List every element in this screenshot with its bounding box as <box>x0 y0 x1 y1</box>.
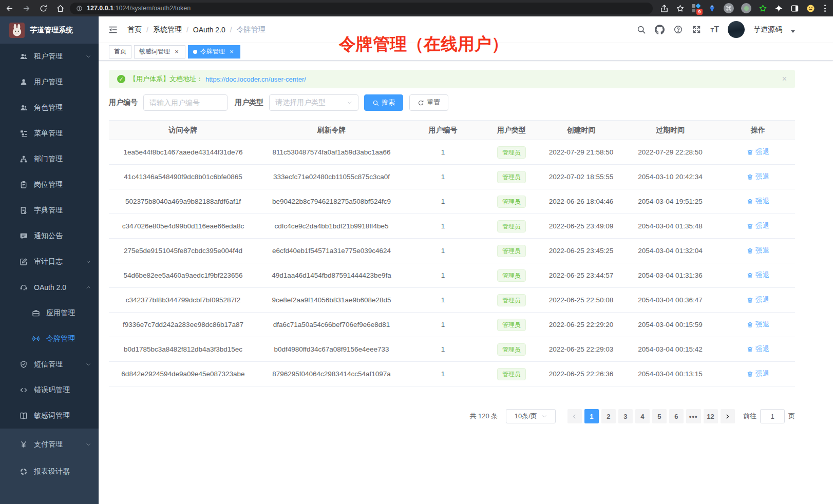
extension-icon[interactable] <box>741 3 751 13</box>
sms-icon <box>20 360 28 369</box>
extension-icon[interactable] <box>724 3 734 13</box>
alert-close-icon[interactable]: × <box>782 74 787 84</box>
github-icon[interactable] <box>655 25 665 34</box>
sidebar-item-pay[interactable]: 支付管理 <box>0 431 99 458</box>
breadcrumb-item[interactable]: OAuth 2.0 <box>193 26 225 34</box>
sidebar-item-notice[interactable]: 通知公告 <box>0 223 99 249</box>
force-logout-button[interactable]: 强退 <box>747 295 769 304</box>
breadcrumb-item[interactable]: 首页 <box>127 25 142 34</box>
tab-close-icon[interactable]: × <box>228 48 235 55</box>
access-token-cell: 1ea5e44f8bc1467aaede43144f31de76 <box>109 140 257 165</box>
chevron-down-icon <box>85 53 91 60</box>
browser-reload-icon[interactable] <box>39 4 48 13</box>
sidebar-item-role[interactable]: 角色管理 <box>0 95 99 121</box>
user-name[interactable]: 芋道源码 <box>753 25 782 34</box>
actions-cell: 强退 <box>721 362 795 386</box>
browser-menu-icon[interactable] <box>822 5 828 12</box>
tab-close-icon[interactable]: × <box>173 48 180 55</box>
extension-grid-icon[interactable]: 9 <box>692 4 701 13</box>
sidebar-item-sms[interactable]: 短信管理 <box>0 352 99 377</box>
browser-back-icon[interactable] <box>5 4 14 13</box>
reset-button[interactable]: 重置 <box>409 94 448 111</box>
help-icon[interactable] <box>673 25 683 34</box>
force-logout-label: 强退 <box>755 320 769 329</box>
caret-down-icon[interactable] <box>791 30 795 33</box>
search-button[interactable]: 搜索 <box>364 94 403 111</box>
browser-forward-icon[interactable] <box>22 4 31 13</box>
share-icon[interactable] <box>660 4 669 13</box>
pager-page-5[interactable]: 5 <box>652 409 667 423</box>
fullscreen-icon[interactable] <box>692 25 702 34</box>
sidebar-item-dept[interactable]: 部门管理 <box>0 146 99 172</box>
created-time-cell: 2022-06-25 22:29:20 <box>543 313 619 337</box>
force-logout-button[interactable]: 强退 <box>747 221 769 230</box>
pager-next-button[interactable] <box>721 409 735 423</box>
bookmark-star-icon[interactable] <box>676 4 685 13</box>
table-header-row: 访问令牌刷新令牌用户编号用户类型创建时间过期时间操作 <box>109 121 795 140</box>
force-logout-button[interactable]: 强退 <box>747 270 769 280</box>
sidebar-item-audit[interactable]: 审计日志 <box>0 249 99 275</box>
force-logout-button[interactable]: 强退 <box>747 320 769 329</box>
site-info-icon[interactable] <box>76 5 83 12</box>
goto-suffix: 页 <box>788 412 795 421</box>
goto-page-input[interactable] <box>760 409 785 423</box>
pager-page-1[interactable]: 1 <box>584 409 599 423</box>
pager-page-3[interactable]: 3 <box>618 409 633 423</box>
pager-page-12[interactable]: 12 <box>704 409 718 423</box>
app-logo[interactable]: 芋道管理系统 <box>0 16 99 44</box>
tab-token[interactable]: 令牌管理× <box>188 45 240 59</box>
sidebar-item-oauth[interactable]: OAuth 2.0 <box>0 275 99 300</box>
force-logout-button[interactable]: 强退 <box>747 344 769 354</box>
force-logout-button[interactable]: 强退 <box>747 369 769 378</box>
sidebar-item-errcode[interactable]: 错误码管理 <box>0 377 99 403</box>
force-logout-button[interactable]: 强退 <box>747 172 769 181</box>
tab-home[interactable]: 首页 <box>109 45 131 59</box>
search-icon[interactable] <box>636 25 646 34</box>
column-header: 访问令牌 <box>109 121 257 140</box>
force-logout-label: 强退 <box>755 197 769 206</box>
font-size-icon[interactable]: TT <box>710 25 719 34</box>
pager-page-4[interactable]: 4 <box>635 409 650 423</box>
sidebar-fold-icon[interactable] <box>108 25 118 35</box>
notice-icon <box>20 232 28 240</box>
refresh-token-cell: be90422b8c7946218275a508bf524fc9 <box>257 189 406 214</box>
browser-home-icon[interactable] <box>56 4 65 13</box>
side-panel-icon[interactable] <box>790 4 799 13</box>
sidebar-item-report[interactable]: 报表设计器 <box>0 458 99 485</box>
user-id-cell: 1 <box>406 337 480 362</box>
address-bar[interactable]: 127.0.0.1:1024/system/oauth2/token <box>70 3 653 14</box>
doc-link[interactable]: https://doc.iocoder.cn/user-center/ <box>205 75 306 83</box>
expire-time-cell: 2054-03-04 01:35:48 <box>619 214 721 239</box>
page-size-select[interactable]: 10条/页 <box>506 409 556 423</box>
pinwheel-extension-icon[interactable] <box>774 4 783 13</box>
sidebar-item-menu[interactable]: 菜单管理 <box>0 121 99 146</box>
sidebar-item-app[interactable]: 应用管理 <box>0 300 99 326</box>
pager-page-6[interactable]: 6 <box>669 409 684 423</box>
sidebar-item-tenant[interactable]: 租户管理 <box>0 44 99 69</box>
user-id-input[interactable] <box>143 94 228 111</box>
pager-more[interactable]: ••• <box>686 409 701 423</box>
user-type-cell: 管理员 <box>480 189 543 214</box>
evernote-extension-icon[interactable] <box>759 4 767 13</box>
user-type-select[interactable]: 请选择用户类型 <box>269 94 358 111</box>
tab-sensitive-words[interactable]: 敏感词管理× <box>134 45 185 59</box>
sidebar-item-sensitive[interactable]: 敏感词管理 <box>0 403 99 429</box>
sidebar-item-post[interactable]: 岗位管理 <box>0 172 99 198</box>
pager-page-2[interactable]: 2 <box>601 409 616 423</box>
breadcrumb-item[interactable]: 系统管理 <box>153 25 182 34</box>
expire-time-cell: 2054-03-04 19:51:25 <box>619 189 721 214</box>
sidebar-item-label: 审计日志 <box>34 257 85 266</box>
sidebar-item-dict[interactable]: 字典管理 <box>0 198 99 223</box>
pager-prev-button[interactable] <box>567 409 582 423</box>
force-logout-label: 强退 <box>755 344 769 354</box>
actions-cell: 强退 <box>721 189 795 214</box>
force-logout-button[interactable]: 强退 <box>747 147 769 157</box>
profile-avatar-icon[interactable] <box>806 4 815 13</box>
pay-icon <box>20 440 28 449</box>
force-logout-button[interactable]: 强退 <box>747 197 769 206</box>
avatar[interactable] <box>728 21 745 38</box>
sidebar-item-user[interactable]: 用户管理 <box>0 69 99 95</box>
gem-extension-icon[interactable] <box>708 4 716 13</box>
sidebar-item-token[interactable]: 令牌管理 <box>0 326 99 352</box>
force-logout-button[interactable]: 强退 <box>747 246 769 255</box>
